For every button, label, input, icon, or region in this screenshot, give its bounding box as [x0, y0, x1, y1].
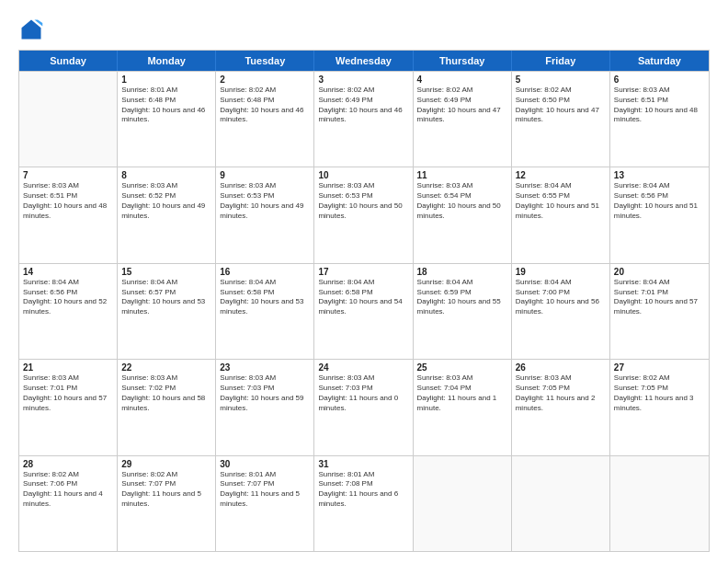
- day-cell-8: 8Sunrise: 8:03 AMSunset: 6:52 PMDaylight…: [118, 167, 216, 262]
- day-cell-21: 21Sunrise: 8:03 AMSunset: 7:01 PMDayligh…: [19, 360, 118, 454]
- day-info: Sunrise: 8:03 AMSunset: 6:53 PMDaylight:…: [220, 181, 310, 221]
- day-number: 24: [318, 362, 408, 373]
- day-cell-empty: [414, 456, 512, 551]
- day-number: 5: [516, 75, 606, 85]
- day-cell-18: 18Sunrise: 8:04 AMSunset: 6:59 PMDayligh…: [414, 264, 512, 359]
- day-number: 29: [121, 459, 211, 469]
- day-cell-20: 20Sunrise: 8:04 AMSunset: 7:01 PMDayligh…: [610, 264, 709, 359]
- day-number: 6: [614, 75, 705, 85]
- header-day-monday: Monday: [118, 51, 216, 71]
- day-number: 30: [220, 459, 310, 469]
- header-day-friday: Friday: [512, 51, 610, 71]
- day-number: 2: [220, 75, 310, 85]
- calendar-row-2: 7Sunrise: 8:03 AMSunset: 6:51 PMDaylight…: [19, 167, 709, 262]
- day-info: Sunrise: 8:04 AMSunset: 6:56 PMDaylight:…: [614, 181, 705, 221]
- day-cell-6: 6Sunrise: 8:03 AMSunset: 6:51 PMDaylight…: [610, 72, 709, 167]
- day-cell-10: 10Sunrise: 8:03 AMSunset: 6:53 PMDayligh…: [314, 167, 413, 262]
- day-info: Sunrise: 8:03 AMSunset: 7:05 PMDaylight:…: [516, 373, 606, 413]
- logo-icon: [18, 17, 44, 42]
- day-cell-29: 29Sunrise: 8:02 AMSunset: 7:07 PMDayligh…: [118, 456, 216, 551]
- day-number: 10: [318, 170, 408, 180]
- day-info: Sunrise: 8:03 AMSunset: 6:53 PMDaylight:…: [318, 181, 408, 221]
- day-number: 20: [614, 267, 705, 277]
- day-number: 21: [23, 362, 113, 373]
- day-cell-17: 17Sunrise: 8:04 AMSunset: 6:58 PMDayligh…: [314, 264, 413, 359]
- day-number: 19: [516, 267, 606, 277]
- day-info: Sunrise: 8:03 AMSunset: 7:04 PMDaylight:…: [417, 373, 507, 413]
- day-number: 11: [417, 170, 507, 180]
- day-number: 8: [121, 170, 211, 180]
- day-cell-16: 16Sunrise: 8:04 AMSunset: 6:58 PMDayligh…: [216, 264, 314, 359]
- day-cell-empty: [512, 456, 610, 551]
- calendar-row-4: 21Sunrise: 8:03 AMSunset: 7:01 PMDayligh…: [19, 359, 709, 454]
- day-info: Sunrise: 8:04 AMSunset: 6:58 PMDaylight:…: [220, 278, 310, 317]
- day-number: 12: [516, 170, 606, 180]
- day-info: Sunrise: 8:03 AMSunset: 6:51 PMDaylight:…: [23, 181, 113, 221]
- day-number: 22: [121, 362, 211, 373]
- header-day-wednesday: Wednesday: [314, 51, 413, 71]
- day-info: Sunrise: 8:04 AMSunset: 6:56 PMDaylight:…: [23, 278, 113, 317]
- calendar-row-1: 1Sunrise: 8:01 AMSunset: 6:48 PMDaylight…: [19, 71, 709, 167]
- day-cell-26: 26Sunrise: 8:03 AMSunset: 7:05 PMDayligh…: [512, 360, 610, 454]
- day-info: Sunrise: 8:03 AMSunset: 7:03 PMDaylight:…: [220, 373, 310, 413]
- day-number: 31: [318, 459, 408, 469]
- day-number: 25: [417, 362, 507, 373]
- day-cell-24: 24Sunrise: 8:03 AMSunset: 7:03 PMDayligh…: [314, 360, 413, 454]
- svg-marker-0: [22, 20, 41, 40]
- day-cell-13: 13Sunrise: 8:04 AMSunset: 6:56 PMDayligh…: [610, 167, 709, 262]
- day-info: Sunrise: 8:01 AMSunset: 7:07 PMDaylight:…: [220, 470, 310, 510]
- day-cell-27: 27Sunrise: 8:02 AMSunset: 7:05 PMDayligh…: [610, 360, 709, 454]
- header-day-sunday: Sunday: [19, 51, 118, 71]
- day-cell-31: 31Sunrise: 8:01 AMSunset: 7:08 PMDayligh…: [314, 456, 413, 551]
- day-cell-3: 3Sunrise: 8:02 AMSunset: 6:49 PMDaylight…: [314, 72, 413, 167]
- day-number: 17: [318, 267, 408, 277]
- calendar-header: SundayMondayTuesdayWednesdayThursdayFrid…: [19, 51, 709, 71]
- day-cell-30: 30Sunrise: 8:01 AMSunset: 7:07 PMDayligh…: [216, 456, 314, 551]
- day-number: 4: [417, 75, 507, 85]
- day-cell-25: 25Sunrise: 8:03 AMSunset: 7:04 PMDayligh…: [414, 360, 512, 454]
- day-info: Sunrise: 8:04 AMSunset: 6:58 PMDaylight:…: [318, 278, 408, 317]
- day-info: Sunrise: 8:02 AMSunset: 6:49 PMDaylight:…: [417, 86, 507, 125]
- day-cell-1: 1Sunrise: 8:01 AMSunset: 6:48 PMDaylight…: [118, 72, 216, 167]
- day-cell-empty: [19, 72, 118, 167]
- day-info: Sunrise: 8:02 AMSunset: 6:50 PMDaylight:…: [516, 86, 606, 125]
- calendar-body: 1Sunrise: 8:01 AMSunset: 6:48 PMDaylight…: [19, 71, 709, 551]
- day-cell-2: 2Sunrise: 8:02 AMSunset: 6:48 PMDaylight…: [216, 72, 314, 167]
- day-number: 1: [121, 75, 211, 85]
- day-cell-19: 19Sunrise: 8:04 AMSunset: 7:00 PMDayligh…: [512, 264, 610, 359]
- day-info: Sunrise: 8:04 AMSunset: 6:59 PMDaylight:…: [417, 278, 507, 317]
- day-number: 16: [220, 267, 310, 277]
- day-number: 7: [23, 170, 113, 180]
- day-info: Sunrise: 8:03 AMSunset: 7:02 PMDaylight:…: [121, 373, 211, 413]
- day-number: 14: [23, 267, 113, 277]
- day-info: Sunrise: 8:02 AMSunset: 6:49 PMDaylight:…: [318, 86, 408, 125]
- day-cell-11: 11Sunrise: 8:03 AMSunset: 6:54 PMDayligh…: [414, 167, 512, 262]
- day-info: Sunrise: 8:03 AMSunset: 6:54 PMDaylight:…: [417, 181, 507, 221]
- day-info: Sunrise: 8:02 AMSunset: 7:07 PMDaylight:…: [121, 470, 211, 510]
- calendar-row-3: 14Sunrise: 8:04 AMSunset: 6:56 PMDayligh…: [19, 263, 709, 359]
- header-day-saturday: Saturday: [610, 51, 709, 71]
- header-day-tuesday: Tuesday: [216, 51, 314, 71]
- day-info: Sunrise: 8:04 AMSunset: 6:57 PMDaylight:…: [121, 278, 211, 317]
- header-day-thursday: Thursday: [414, 51, 512, 71]
- day-info: Sunrise: 8:04 AMSunset: 6:55 PMDaylight:…: [516, 181, 606, 221]
- day-info: Sunrise: 8:04 AMSunset: 7:00 PMDaylight:…: [516, 278, 606, 317]
- day-info: Sunrise: 8:04 AMSunset: 7:01 PMDaylight:…: [614, 278, 705, 317]
- day-cell-9: 9Sunrise: 8:03 AMSunset: 6:53 PMDaylight…: [216, 167, 314, 262]
- day-info: Sunrise: 8:02 AMSunset: 7:05 PMDaylight:…: [614, 373, 705, 413]
- day-number: 13: [614, 170, 705, 180]
- day-number: 15: [121, 267, 211, 277]
- day-number: 18: [417, 267, 507, 277]
- day-number: 3: [318, 75, 408, 85]
- day-info: Sunrise: 8:03 AMSunset: 6:52 PMDaylight:…: [121, 181, 211, 221]
- page-header: [18, 17, 710, 42]
- calendar: SundayMondayTuesdayWednesdayThursdayFrid…: [18, 50, 710, 552]
- day-number: 9: [220, 170, 310, 180]
- day-cell-23: 23Sunrise: 8:03 AMSunset: 7:03 PMDayligh…: [216, 360, 314, 454]
- day-cell-4: 4Sunrise: 8:02 AMSunset: 6:49 PMDaylight…: [414, 72, 512, 167]
- day-cell-22: 22Sunrise: 8:03 AMSunset: 7:02 PMDayligh…: [118, 360, 216, 454]
- logo: [18, 17, 48, 42]
- day-cell-empty: [610, 456, 709, 551]
- day-cell-12: 12Sunrise: 8:04 AMSunset: 6:55 PMDayligh…: [512, 167, 610, 262]
- day-info: Sunrise: 8:01 AMSunset: 6:48 PMDaylight:…: [121, 86, 211, 125]
